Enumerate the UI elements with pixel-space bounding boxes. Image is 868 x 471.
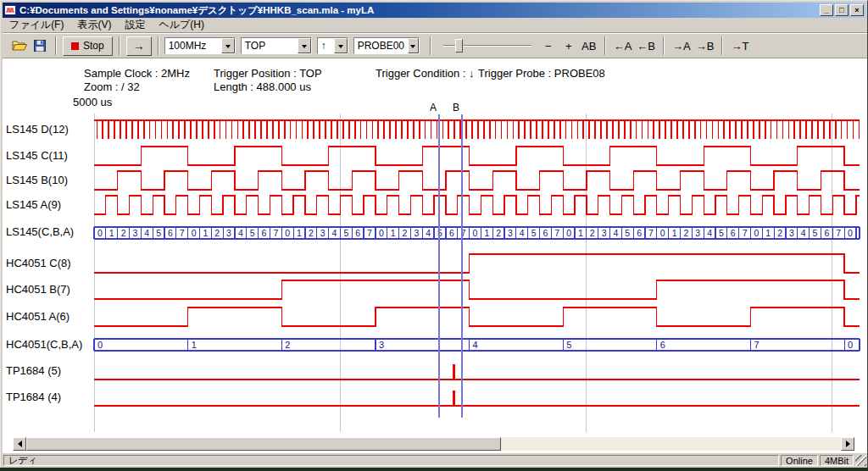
channel-label: LS145 C(11) (6, 148, 91, 163)
goto-b-left-button[interactable]: ←B (634, 36, 658, 56)
menu-settings[interactable]: 設定 (118, 17, 152, 33)
dropdown-arrow-icon[interactable] (298, 38, 311, 53)
timeline-division-label: 5000 us (73, 96, 112, 108)
save-floppy-icon (34, 40, 46, 52)
menu-view[interactable]: 表示(V) (70, 17, 118, 33)
scroll-thumb[interactable] (26, 437, 501, 451)
app-icon (4, 4, 16, 16)
goto-trigger-button[interactable]: →T (728, 36, 751, 56)
waveform-area (3, 58, 867, 453)
minimize-button[interactable]: _ (820, 4, 833, 16)
channel-label: HC4051 B(7) (6, 282, 91, 297)
channel-label: LS145 A(9) (6, 197, 91, 213)
menubar: ファイル(F) 表示(V) 設定 ヘルプ(H) (3, 18, 867, 33)
run-arrow-label: → (133, 39, 145, 53)
open-folder-icon (12, 40, 27, 52)
scroll-left-icon (14, 441, 22, 447)
trigger-edge-value: ↑ (318, 38, 334, 53)
scroll-left-button[interactable] (13, 437, 26, 451)
menu-help[interactable]: ヘルプ(H) (152, 17, 211, 33)
channel-label: LS145(C,B,A) (6, 224, 91, 240)
stop-button[interactable]: Stop (63, 36, 113, 56)
window-title: C:¥Documents and Settings¥noname¥デスクトップ¥… (19, 4, 818, 17)
info-zoom: Zoom : / 32 (84, 80, 140, 93)
open-button[interactable] (9, 36, 30, 56)
status-message: レディ (3, 455, 779, 466)
toolbar-separator (721, 36, 723, 55)
channel-label: HC4051 A(6) (6, 309, 91, 324)
scroll-right-button[interactable] (841, 437, 854, 451)
channel-label: TP1684 (5) (6, 363, 91, 379)
titlebar: C:¥Documents and Settings¥noname¥デスクトップ¥… (3, 3, 865, 18)
zoom-slider-handle[interactable] (455, 39, 463, 53)
dropdown-arrow-icon[interactable] (408, 38, 419, 53)
goto-a-left-button[interactable]: ←A (611, 36, 635, 56)
stop-label: Stop (83, 40, 104, 52)
zoom-slider[interactable] (443, 36, 531, 55)
scroll-right-icon (846, 441, 854, 447)
maximize-button[interactable]: □ (835, 4, 849, 16)
run-button[interactable]: → (126, 36, 152, 56)
info-length: Length : 488.000 us (214, 80, 311, 93)
menu-file[interactable]: ファイル(F) (3, 17, 70, 33)
info-sample-clock: Sample Clock : 2MHz (84, 67, 190, 80)
trigger-position-select[interactable]: TOP (241, 37, 312, 54)
toolbar-separator (119, 36, 120, 55)
app-window: C:¥Documents and Settings¥noname¥デスクトップ¥… (0, 0, 868, 468)
channel-label: LS145 B(10) (6, 173, 91, 188)
toolbar-separator (430, 36, 431, 55)
probe-value: PROBE00 (354, 38, 408, 53)
toolbar-separator (158, 36, 159, 55)
zoom-in-button[interactable]: + (559, 36, 579, 56)
toolbar-separator (663, 36, 665, 55)
probe-select[interactable]: PROBE00 (353, 37, 420, 54)
status-memory: 4MBit (820, 455, 854, 466)
statusbar: レディ Online 4MBit (3, 453, 867, 467)
ab-range-button[interactable]: AB (579, 36, 599, 56)
toolbar: Stop → 100MHz TOP ↑ PROBE00 − + AB (3, 33, 867, 58)
channel-label: HC4051(C,B,A) (6, 337, 91, 352)
channel-label: HC4051 C(8) (6, 256, 91, 271)
sample-clock-select[interactable]: 100MHz (164, 37, 236, 54)
info-trigger-position: Trigger Position : TOP (214, 67, 322, 80)
trigger-edge-select[interactable]: ↑ (317, 37, 348, 54)
goto-a-right-button[interactable]: →A (670, 36, 693, 56)
resize-grip[interactable] (855, 455, 866, 466)
zoom-out-button[interactable]: − (538, 36, 559, 56)
goto-b-right-button[interactable]: →B (693, 36, 717, 56)
dropdown-arrow-icon[interactable] (334, 38, 348, 53)
toolbar-separator (55, 36, 57, 55)
sample-clock-value: 100MHz (165, 38, 221, 53)
dropdown-arrow-icon[interactable] (221, 38, 235, 53)
horizontal-scrollbar[interactable] (13, 437, 854, 451)
stop-icon (71, 42, 79, 50)
toolbar-separator (604, 36, 606, 55)
status-online: Online (781, 455, 818, 466)
info-trigger-condition: Trigger Condition : ↓ (376, 67, 475, 80)
trigger-position-value: TOP (242, 38, 298, 53)
close-button[interactable]: × (850, 4, 864, 16)
channel-label: LS145 D(12) (6, 122, 91, 137)
save-button[interactable] (30, 36, 50, 56)
info-trigger-probe: Trigger Probe : PROBE08 (478, 67, 605, 80)
channel-label: TP1684 (4) (6, 390, 91, 405)
